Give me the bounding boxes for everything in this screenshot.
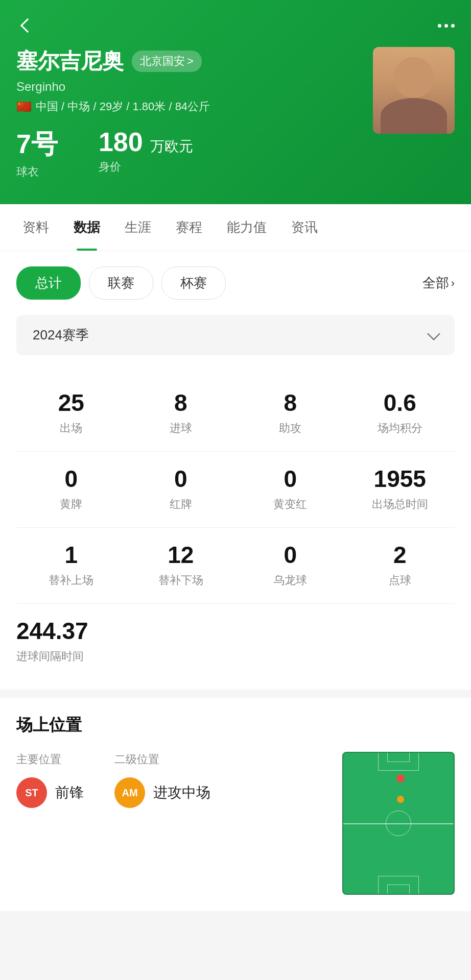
secondary-col-title: 二级位置 [114,752,210,767]
total-time-value: 1955 [350,467,450,491]
sub-off-value: 12 [131,543,231,567]
stats-grid-row1: 25 出场 8 进球 8 助攻 0.6 场均积分 [16,376,455,451]
position-dot-secondary [397,796,404,803]
avg-score-label: 场均积分 [350,421,450,436]
position-dot-primary [396,774,405,782]
top-bar [16,0,455,47]
stat-red: 0 红牌 [126,452,236,527]
primary-position-name: 前锋 [55,783,84,802]
hero-content: 塞尔吉尼奥 北京国安 > Serginho 🇨🇳 中国 / 中场 / 29岁 /… [16,47,455,180]
flag-icon: 🇨🇳 [16,100,32,114]
st-badge: ST [16,777,47,808]
season-label: 2024赛季 [33,326,89,344]
stat-yellow-red: 0 黄变红 [236,452,345,527]
pitch-small-box-bottom [387,885,410,894]
red-value: 0 [131,467,231,491]
more-options-button[interactable] [438,24,455,28]
goals-label: 进球 [131,421,231,436]
assists-label: 助攻 [241,421,340,436]
position-container: 主要位置 ST 前锋 二级位置 AM 进攻中场 [16,752,455,895]
season-selector[interactable]: 2024赛季 [16,315,455,355]
jersey-label: 球衣 [16,164,58,180]
sub-on-label: 替补上场 [21,573,121,588]
position-section: 场上位置 主要位置 ST 前锋 二级位置 AM 进攻中场 [0,698,471,911]
team-arrow: > [187,55,194,68]
secondary-position-item: AM 进攻中场 [114,777,210,808]
pitch-diagram [342,752,455,895]
back-button[interactable] [16,14,39,37]
own-goal-value: 0 [241,543,340,567]
filter-league[interactable]: 联赛 [89,266,153,300]
sub-off-label: 替补下场 [131,573,231,588]
stat-penalty: 2 点球 [345,528,455,603]
player-avatar-container [373,47,455,134]
player-detail-text: 中国 / 中场 / 29岁 / 1.80米 / 84公斤 [36,99,210,114]
market-value-stat: 180 万欧元 身价 [99,127,193,180]
goal-interval-label: 进球间隔时间 [16,649,455,664]
jersey-value-row: 7号 球衣 180 万欧元 身价 [16,127,373,180]
position-section-title: 场上位置 [16,714,455,737]
tab-data[interactable]: 数据 [61,204,112,251]
yellow-red-value: 0 [241,467,340,491]
red-label: 红牌 [131,497,231,512]
tab-career[interactable]: 生涯 [112,204,163,251]
tab-news[interactable]: 资讯 [279,204,330,251]
filter-row: 总计 联赛 杯赛 全部 › [16,266,455,300]
football-pitch [342,752,455,895]
assists-value: 8 [241,391,340,414]
hero-section: 塞尔吉尼奥 北京国安 > Serginho 🇨🇳 中国 / 中场 / 29岁 /… [0,0,471,204]
am-badge: AM [114,777,145,808]
own-goal-label: 乌龙球 [241,573,340,588]
tab-ability[interactable]: 能力值 [215,204,279,251]
goals-value: 8 [131,391,231,414]
stats-grid-row2: 0 黄牌 0 红牌 0 黄变红 1955 出场总时间 [16,452,455,527]
penalty-label: 点球 [350,573,450,588]
stat-own-goal: 0 乌龙球 [236,528,345,603]
stat-sub-off: 12 替补下场 [126,528,236,603]
stat-goal-interval: 244.37 进球间隔时间 [16,604,455,674]
pitch-small-box-top [387,753,410,762]
total-time-label: 出场总时间 [350,497,450,512]
jersey-number: 7号 [16,127,58,162]
filter-cup[interactable]: 杯赛 [161,266,226,300]
filter-all-chevron-icon: › [451,277,455,290]
dot-icon [444,24,448,28]
appearances-label: 出场 [21,421,121,436]
appearances-value: 25 [21,391,121,414]
stat-assists: 8 助攻 [236,376,345,451]
dot-icon [451,24,455,28]
position-left: 主要位置 ST 前锋 二级位置 AM 进攻中场 [16,752,332,895]
tab-info[interactable]: 资料 [10,204,61,251]
primary-position-item: ST 前锋 [16,777,84,808]
player-info-left: 塞尔吉尼奥 北京国安 > Serginho 🇨🇳 中国 / 中场 / 29岁 /… [16,47,373,180]
stat-avg-score: 0.6 场均积分 [345,376,455,451]
filter-all-button[interactable]: 全部 › [422,274,455,292]
stats-grid-row3: 1 替补上场 12 替补下场 0 乌龙球 2 点球 [16,528,455,603]
primary-position-col: 主要位置 ST 前锋 [16,752,84,816]
back-arrow-icon [20,18,35,33]
tab-schedule[interactable]: 赛程 [163,204,215,251]
main-content: 总计 联赛 杯赛 全部 › 2024赛季 25 出场 8 进球 8 助攻 0.6… [0,251,471,690]
player-name-cn: 塞尔吉尼奥 [16,47,124,76]
player-avatar [373,47,455,134]
avg-score-value: 0.6 [350,391,450,414]
stat-goals: 8 进球 [126,376,236,451]
goal-interval-value: 244.37 [16,619,455,643]
primary-col-title: 主要位置 [16,752,84,767]
stat-appearances: 25 出场 [16,376,126,451]
stat-sub-on: 1 替补上场 [16,528,126,603]
penalty-value: 2 [350,543,450,567]
secondary-position-col: 二级位置 AM 进攻中场 [114,752,210,816]
stat-total-time: 1955 出场总时间 [345,452,455,527]
tab-bar: 资料 数据 生涯 赛程 能力值 资讯 [0,204,471,251]
team-name: 北京国安 [140,54,185,69]
chevron-down-icon [427,327,440,340]
sub-on-value: 1 [21,543,121,567]
pitch-center-circle [386,811,411,836]
dot-icon [438,24,441,28]
filter-total[interactable]: 总计 [16,266,81,300]
name-row: 塞尔吉尼奥 北京国安 > [16,47,373,76]
team-badge[interactable]: 北京国安 > [132,51,202,72]
yellow-value: 0 [21,467,121,491]
player-info-text: 🇨🇳 中国 / 中场 / 29岁 / 1.80米 / 84公斤 [16,99,373,114]
